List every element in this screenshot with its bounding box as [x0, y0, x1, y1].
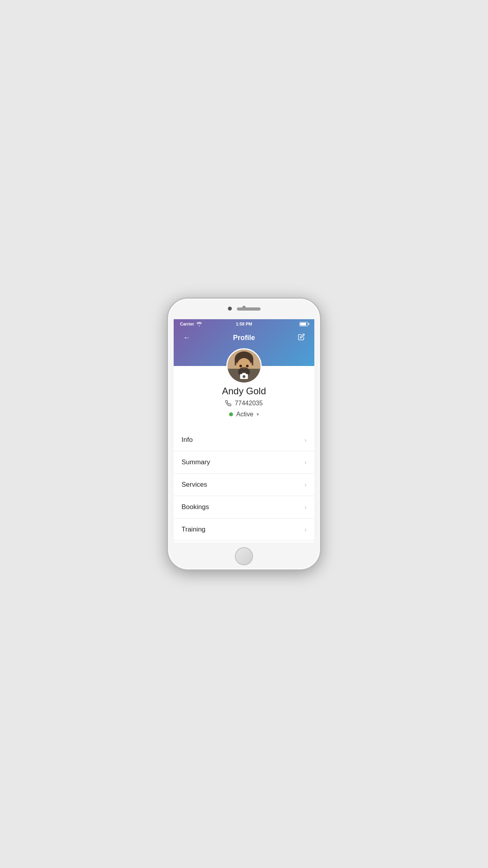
battery-fill: [300, 323, 306, 326]
front-camera-icon: [228, 307, 232, 311]
avatar[interactable]: [226, 348, 262, 384]
status-dot: [229, 412, 233, 416]
status-chevron-icon: ▾: [257, 412, 259, 417]
menu-item-label: Summary: [182, 458, 210, 466]
screen: Carrier 1:59 PM ← Profile: [174, 319, 314, 542]
status-row[interactable]: Active ▾: [229, 411, 259, 418]
carrier-label: Carrier: [180, 322, 194, 326]
edit-icon: [298, 333, 305, 340]
menu-item-services[interactable]: Services›: [174, 474, 314, 496]
svg-point-7: [246, 365, 249, 368]
menu-item-label: Training: [182, 526, 205, 533]
status-bar: Carrier 1:59 PM: [174, 319, 314, 329]
svg-point-8: [242, 375, 245, 378]
status-bar-time: 1:59 PM: [236, 322, 252, 326]
menu-item-info[interactable]: Info›: [174, 429, 314, 451]
phone-shell: Carrier 1:59 PM ← Profile: [167, 298, 321, 570]
status-bar-right: [299, 322, 308, 326]
menu-item-bookings[interactable]: Bookings›: [174, 496, 314, 519]
home-button[interactable]: [235, 547, 253, 565]
page-title: Profile: [233, 334, 255, 342]
status-label: Active: [236, 411, 253, 418]
back-button[interactable]: ←: [182, 332, 192, 344]
menu-item-messaging[interactable]: Messaging›: [174, 541, 314, 542]
menu-list: Info›Summary›Services›Bookings›Training›…: [174, 429, 314, 542]
svg-rect-2: [235, 359, 236, 366]
menu-item-summary[interactable]: Summary›: [174, 451, 314, 474]
phone-icon: [225, 400, 231, 406]
camera-icon: [240, 372, 248, 379]
header: Carrier 1:59 PM ← Profile: [174, 319, 314, 366]
wifi-icon: [196, 322, 202, 326]
edit-button[interactable]: [296, 332, 306, 344]
user-name: Andy Gold: [222, 386, 266, 397]
user-phone: 77442035: [225, 400, 262, 407]
battery-icon: [299, 322, 308, 326]
camera-overlay[interactable]: [227, 369, 261, 383]
status-bar-left: Carrier: [180, 322, 202, 326]
content-area: Andy Gold 77442035 Active ▾ Info›Summary…: [174, 366, 314, 542]
menu-item-training[interactable]: Training›: [174, 519, 314, 541]
svg-rect-3: [252, 359, 253, 366]
svg-point-6: [239, 365, 242, 368]
menu-item-chevron-icon: ›: [305, 459, 306, 465]
menu-item-label: Bookings: [182, 503, 209, 511]
menu-item-chevron-icon: ›: [305, 437, 306, 443]
menu-item-chevron-icon: ›: [305, 482, 306, 488]
menu-item-chevron-icon: ›: [305, 504, 306, 510]
speaker: [237, 307, 261, 311]
header-nav: ← Profile: [174, 329, 314, 348]
menu-item-label: Services: [182, 481, 207, 489]
phone-number: 77442035: [235, 400, 262, 407]
menu-item-chevron-icon: ›: [305, 526, 306, 533]
menu-item-label: Info: [182, 436, 193, 444]
